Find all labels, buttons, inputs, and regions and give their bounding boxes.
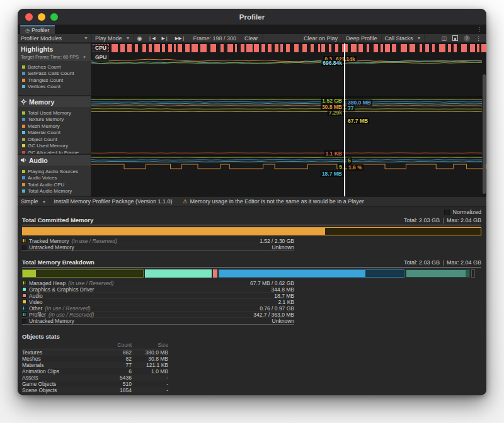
memory-legend-row: Audio18.7 MB	[22, 293, 294, 299]
legend-item[interactable]: Texture Memory	[22, 116, 91, 123]
current-frame-icon[interactable]: ▶▶❘	[172, 34, 189, 42]
target-frame-time-dropdown[interactable]: Target Frame Time: 60 FPS▼	[21, 54, 88, 60]
committed-memory-bar[interactable]	[22, 227, 481, 235]
profiler-modules-dropdown[interactable]: Profiler Modules▼	[18, 34, 92, 42]
normalized-checkbox[interactable]	[444, 210, 450, 215]
legend-item[interactable]: Total Audio Memory	[22, 188, 91, 195]
memory-note: (In use / Reserved)	[49, 312, 94, 318]
cpu-toggle-chip[interactable]: CPU	[93, 44, 109, 52]
breakdown-total: Total: 2.03 GB	[404, 259, 440, 266]
breakdown-max: Max: 2.04 GB	[447, 259, 481, 266]
help-icon[interactable]: ?	[464, 35, 470, 42]
memory-label: Other	[29, 305, 42, 312]
memory-swatch	[22, 293, 26, 298]
tab-menu-icon[interactable]: ⋮	[476, 26, 483, 33]
legend-item[interactable]: Total Used Memory	[22, 110, 91, 116]
legend-item[interactable]: Object Count	[22, 136, 91, 143]
module-highlights: HighlightsTarget Frame Time: 60 FPS▼Batc…	[18, 43, 91, 96]
modules-scrollbar-thumb[interactable]	[483, 74, 486, 194]
deep-profile-button[interactable]: Deep Profile	[342, 34, 382, 42]
module-divider	[91, 96, 486, 98]
legend-item[interactable]: Vertices Count	[22, 84, 91, 91]
series-label: Total Audio CPU	[28, 182, 64, 188]
chart-value-label: 5	[338, 164, 343, 170]
gpu-toggle-chip[interactable]: GPU	[93, 54, 109, 62]
table-row: Animation Clips61.0 MB	[22, 368, 168, 375]
module-header-audio[interactable]: Audio	[18, 155, 91, 166]
breakdown-segment-profiler	[406, 269, 470, 278]
object-size: 121.1 KB	[132, 362, 168, 368]
install-memory-profiler-button[interactable]: Install Memory Profiler Package (Version…	[50, 197, 176, 206]
series-label: Vertices Count	[28, 84, 60, 89]
frame-chart-panel[interactable]: CPU GPU 0.3622.14k696.84k1.52 GB380.0 MB…	[91, 43, 486, 196]
memory-value: 1.52 / 2.30 GB	[260, 238, 294, 244]
object-size: -	[132, 375, 168, 381]
memory-breakdown-bar[interactable]	[22, 269, 481, 278]
legend-item[interactable]: Material Count	[22, 130, 91, 137]
next-frame-icon[interactable]: ▶❘	[159, 34, 172, 42]
series-label: Triangles Count	[28, 77, 63, 83]
legend-item[interactable]: SetPass Calls Count	[22, 70, 91, 77]
chart-value-label: 696.84k	[321, 60, 343, 66]
modules-sidebar: HighlightsTarget Frame Time: 60 FPS▼Batc…	[18, 43, 91, 196]
frame-counter: Frame: 198 / 300	[188, 35, 241, 42]
clear-button[interactable]: Clear	[241, 34, 263, 42]
context-menu-icon[interactable]: ⋮	[476, 35, 481, 42]
committed-memory-legend: Tracked Memory(In use / Reserved)1.52 / …	[22, 238, 294, 251]
load-icon[interactable]: ◫	[441, 35, 447, 42]
committed-total: Total: 2.03 GB	[404, 217, 440, 223]
series-label: SetPass Calls Count	[28, 70, 74, 76]
series-label: GC Used Memory	[28, 143, 68, 149]
legend-item[interactable]: GC Used Memory	[22, 143, 91, 150]
save-icon[interactable]	[452, 35, 458, 41]
memory-value: 0.76 / 0.97 GB	[260, 305, 294, 312]
breakdown-segment-untracked	[471, 269, 475, 278]
series-color-swatch	[22, 79, 25, 82]
chevron-down-icon: ▼	[83, 55, 86, 59]
series-color-swatch	[22, 144, 25, 147]
series-color-swatch	[22, 138, 25, 141]
module-header-memory[interactable]: Memory	[18, 96, 91, 107]
object-size: 30.8 MB	[132, 356, 168, 362]
table-row: Scene Objects1854-	[22, 387, 168, 393]
memory-legend-row: Graphics & Graphics Driver344.8 MB	[22, 286, 294, 293]
breakdown-segment-graphics	[145, 269, 212, 278]
profiler-toolbar: Profiler Modules▼ Play Mode▼ ◉ ❘◀ ▶❘ ▶▶❘…	[18, 34, 486, 43]
play-mode-dropdown[interactable]: Play Mode▼	[92, 34, 134, 42]
chart-value-label: 7.29k	[328, 110, 343, 116]
object-count: 1854	[97, 387, 132, 393]
series-color-swatch	[22, 131, 25, 134]
legend-item[interactable]: Playing Audio Sources	[22, 168, 91, 175]
memory-legend-row: Tracked Memory(In use / Reserved)1.52 / …	[22, 238, 294, 244]
memory-note: (In use / Reserved)	[71, 238, 117, 244]
window-titlebar[interactable]: Profiler	[18, 9, 486, 25]
memory-swatch	[22, 287, 26, 291]
legend-item[interactable]: Triangles Count	[22, 77, 91, 84]
clear-on-play-button[interactable]: Clear on Play	[300, 34, 342, 42]
memory-label: Graphics & Graphics Driver	[29, 286, 94, 293]
object-size: 1.0 MB	[132, 368, 168, 375]
legend-item[interactable]: Audio Voices	[22, 175, 91, 182]
legend-item[interactable]: Mesh Memory	[22, 123, 91, 130]
series-color-swatch	[22, 111, 25, 115]
tab-profiler[interactable]: ◷ Profiler	[20, 25, 55, 34]
committed-memory-title: Total Committed Memory	[22, 217, 93, 223]
record-icon[interactable]: ◉	[134, 34, 145, 42]
legend-item[interactable]: Total Audio CPU	[22, 181, 91, 188]
series-label: Material Count	[28, 130, 60, 135]
module-title-label: Memory	[29, 98, 54, 106]
previous-frame-icon[interactable]: ❘◀	[145, 34, 158, 42]
memory-swatch	[22, 312, 26, 317]
legend-item[interactable]: Batches Count	[22, 64, 91, 70]
series-color-swatch	[22, 189, 25, 193]
series-label: Audio Voices	[28, 175, 57, 181]
module-header-highlights[interactable]: HighlightsTarget Frame Time: 60 FPS▼	[18, 43, 91, 61]
legend-item[interactable]: GC Allocated In Frame	[22, 149, 91, 155]
call-stacks-dropdown[interactable]: Call Stacks▼	[382, 34, 425, 42]
frame-playhead[interactable]	[344, 43, 345, 196]
view-mode-dropdown[interactable]: Simple▼	[18, 197, 50, 206]
module-audio: AudioPlaying Audio SourcesAudio VoicesTo…	[18, 155, 91, 197]
memory-value: 67.7 MB / 0.62 GB	[250, 280, 294, 286]
chart-value-label: 1.1 KB	[324, 150, 343, 157]
breakdown-segment-audio	[213, 269, 217, 278]
